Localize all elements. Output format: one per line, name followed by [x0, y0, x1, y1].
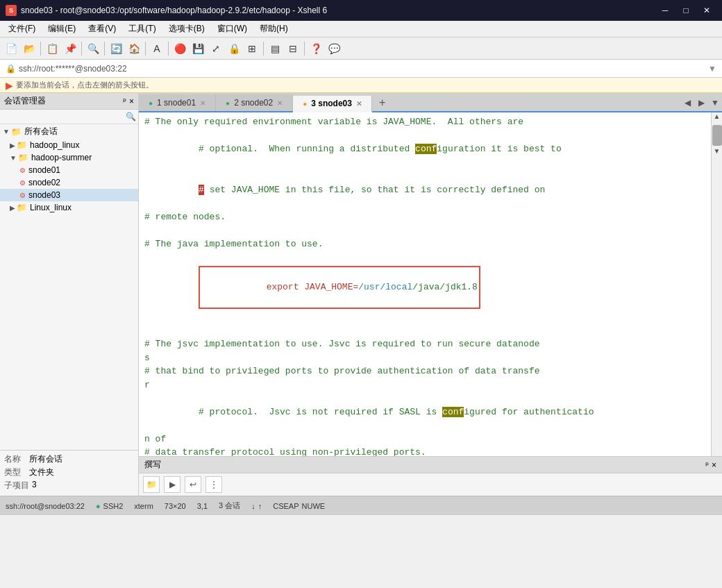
menu-window[interactable]: 窗口(W) — [212, 22, 253, 36]
terminal-line-jsvc3: # protocol. Jsvc is not required if SASL… — [144, 392, 705, 432]
tree-label-all-sessions: 所有会话 — [24, 126, 58, 137]
title-bar: S snode03 - root@snode03:/opt/software/h… — [0, 0, 722, 21]
tree-label-hadoop-summer: hadoop-summer — [31, 153, 92, 162]
tab-dot-snode03: ● — [303, 100, 307, 108]
terminal-line-jsvc1b: s — [144, 351, 705, 365]
status-dot-green: ● — [96, 502, 101, 510]
scroll-thumb[interactable] — [712, 125, 722, 146]
tree-label-linux-linux: Linux_linux — [30, 203, 72, 212]
compose-close[interactable]: × — [712, 460, 716, 470]
terminal[interactable]: # The only required environment variable… — [139, 112, 711, 456]
status-right: CSEAP NUWE — [273, 502, 325, 510]
terminal-line-export-java: export JAVA_HOME=/usr/local/java/jdk1.8 — [144, 251, 705, 324]
toolbar-separator-3 — [104, 42, 105, 56]
close-button[interactable]: ✕ — [697, 3, 716, 17]
terminal-line-empty-1 — [144, 224, 705, 237]
menu-edit[interactable]: 编辑(E) — [42, 22, 81, 36]
info-label-name: 名称 — [4, 453, 26, 465]
tree-item-snode03[interactable]: ⚙ snode03 — [0, 189, 138, 201]
ssh-icon: 🔒 — [6, 64, 16, 74]
toolbar-lock[interactable]: 🔒 — [226, 40, 242, 57]
tab-close-snode01[interactable]: ✕ — [200, 99, 205, 107]
tab-nav-prev[interactable]: ◀ — [680, 94, 694, 111]
info-value-subitems: 3 — [32, 480, 37, 492]
minimize-button[interactable]: ─ — [655, 3, 675, 17]
compose-btn-down[interactable]: ⋮ — [205, 476, 222, 493]
scroll-down-button[interactable]: ▼ — [712, 147, 723, 158]
maximize-button[interactable]: □ — [676, 3, 696, 17]
info-label-subitems: 子项目 — [4, 480, 29, 492]
toolbar-search[interactable]: 🔍 — [85, 40, 101, 57]
toolbar-font[interactable]: A — [149, 40, 165, 57]
toolbar-help[interactable]: ❓ — [308, 40, 324, 57]
address-dropdown-icon[interactable]: ▼ — [708, 64, 716, 74]
tab-dot-snode01: ● — [149, 99, 153, 107]
info-value-name: 所有会话 — [29, 453, 62, 465]
toolbar-chat[interactable]: 💬 — [326, 40, 342, 57]
terminal-line-2: # optional. When running a distributed c… — [144, 129, 705, 170]
tab-nav-dropdown[interactable]: ▼ — [708, 94, 722, 111]
menu-view[interactable]: 查看(V) — [83, 22, 121, 36]
session-panel-close[interactable]: × — [129, 96, 134, 106]
tree-item-snode01[interactable]: ⚙ snode01 — [0, 164, 138, 176]
tab-close-snode03[interactable]: ✕ — [356, 100, 362, 108]
tree-item-hadoop-linux[interactable]: ▶ 📁 hadoop_linux — [0, 139, 138, 151]
menu-help[interactable]: 帮助(H) — [254, 22, 294, 36]
toolbar-red[interactable]: 🔴 — [171, 40, 188, 57]
address-bar: 🔒 ssh://root:******@snode03:22 ▼ — [0, 60, 722, 78]
session-panel-pin[interactable]: ᵖ — [123, 96, 126, 106]
compose-btn-back[interactable]: ↩ — [185, 476, 201, 493]
search-icon[interactable]: 🔍 — [126, 112, 136, 121]
ssh-address[interactable]: ssh://root:******@snode03:22 — [19, 64, 708, 74]
scroll-up-button[interactable]: ▲ — [712, 112, 723, 124]
tab-snode03[interactable]: ● 3 snode03 ✕ — [293, 96, 372, 112]
status-nuwe: NUWE — [302, 502, 326, 510]
toolbar-grid[interactable]: ⊞ — [244, 40, 260, 57]
menu-tab[interactable]: 选项卡(B) — [163, 22, 210, 36]
tab-nav-next[interactable]: ▶ — [694, 94, 708, 111]
info-message: 要添加当前会话，点击左侧的箭头按钮。 — [16, 80, 153, 90]
tree-item-hadoop-summer[interactable]: ▼ 📁 hadoop-summer — [0, 151, 138, 164]
compose-area: 撰写 ᵖ × 📁 ▶ ↩ ⋮ — [139, 456, 722, 496]
toolbar-expand[interactable]: ⤢ — [208, 40, 224, 57]
session-tree: ▼ 📁 所有会话 ▶ 📁 hadoop_linux ▼ 📁 hadoop-sum… — [0, 124, 138, 450]
status-transfer: ↓ ↑ — [251, 502, 262, 510]
terminal-scrollbar[interactable]: ▲ ▼ — [711, 112, 722, 456]
toolbar-split[interactable]: ⊟ — [285, 40, 301, 57]
toolbar-copy[interactable]: 📋 — [44, 40, 60, 57]
compose-title: 撰写 — [144, 459, 161, 471]
tab-snode01[interactable]: ● 1 snode01 ✕ — [139, 94, 216, 111]
tree-item-all-sessions[interactable]: ▼ 📁 所有会话 — [0, 124, 138, 139]
menu-bar: 文件(F) 编辑(E) 查看(V) 工具(T) 选项卡(B) 窗口(W) 帮助(… — [0, 21, 722, 37]
tab-dot-snode02: ● — [226, 99, 230, 107]
toolbar-disk[interactable]: 💾 — [190, 40, 206, 57]
tree-label-snode02: snode02 — [28, 178, 60, 187]
compose-btn-folder[interactable]: 📁 — [143, 476, 160, 493]
tab-close-snode02[interactable]: ✕ — [277, 99, 283, 107]
menu-tools[interactable]: 工具(T) — [123, 22, 161, 36]
status-term-label: xterm — [134, 502, 153, 510]
toolbar-new[interactable]: 📄 — [3, 40, 19, 57]
tab-add-button[interactable]: + — [372, 94, 392, 111]
terminal-line-1: # The only required environment variable… — [144, 115, 705, 129]
compose-pin[interactable]: ᵖ — [705, 460, 709, 470]
toolbar-layout[interactable]: ▤ — [267, 40, 283, 57]
compose-btn-arrow-right[interactable]: ▶ — [164, 476, 180, 493]
tree-label-hadoop-linux: hadoop_linux — [30, 140, 79, 150]
window-controls: ─ □ ✕ — [655, 3, 716, 17]
tree-item-linux-linux[interactable]: ▶ 📁 Linux_linux — [0, 201, 138, 214]
toolbar-refresh[interactable]: 🔄 — [108, 40, 124, 57]
toolbar-home[interactable]: 🏠 — [126, 40, 142, 57]
export-java-path: /usr/local — [358, 282, 412, 292]
toolbar-open[interactable]: 📂 — [21, 40, 37, 57]
tree-item-snode02[interactable]: ⚙ snode02 — [0, 176, 138, 189]
status-up-icon: ↑ — [258, 502, 262, 510]
tab-snode02[interactable]: ● 2 snode02 ✕ — [216, 94, 293, 111]
terminal-jsvc3-text1: # protocol. Jsvc is not required if SASL… — [199, 407, 442, 417]
menu-file[interactable]: 文件(F) — [3, 22, 41, 36]
toolbar-paste[interactable]: 📌 — [62, 40, 78, 57]
session-icon-snode01: ⚙ — [19, 167, 26, 174]
status-sessions: 3 会话 — [219, 501, 240, 511]
terminal-line-empty-2 — [144, 324, 705, 338]
terminal-line-jsvc4: # data transfer protocol using non-privi… — [144, 446, 705, 456]
